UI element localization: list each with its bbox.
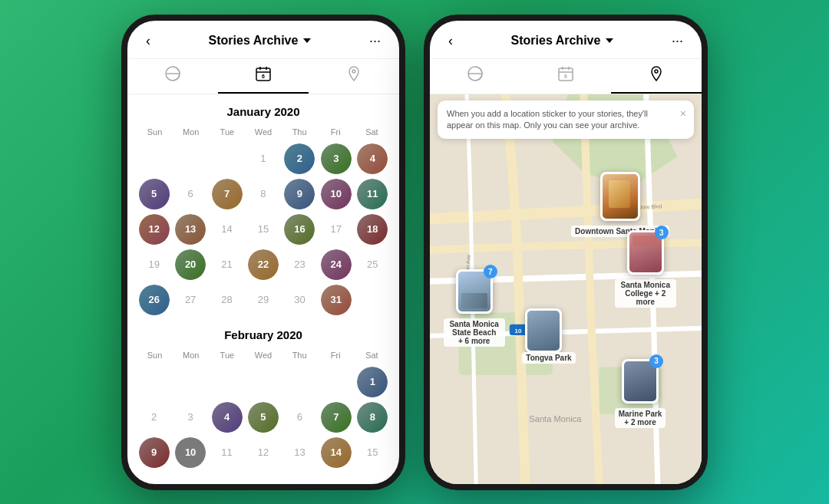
cal-cell[interactable]: 3 (319, 141, 353, 176)
cal-week-jan-1: 1 2 3 4 (137, 141, 390, 176)
svg-point-3 (352, 70, 355, 73)
cal-cell[interactable]: 2 (282, 141, 317, 176)
calendar-icon-map: 6 (557, 65, 574, 86)
location-icon (345, 65, 362, 86)
cal-header-jan: Sun Mon Tue Wed Thu Fri Sat (137, 126, 390, 138)
map-cluster-college[interactable]: 3 Santa MonicaCollege + 2 more (615, 230, 676, 308)
tab-bar-calendar: 6 (127, 59, 399, 94)
svg-text:Santa Monica: Santa Monica (529, 413, 582, 423)
day-fri: Fri (318, 126, 354, 138)
tab-location-map[interactable] (611, 65, 702, 94)
tab-grid[interactable] (127, 65, 218, 94)
chevron-down-icon (303, 38, 311, 43)
map-cluster-beach[interactable]: 7 Santa Monica State Beach+ 6 more (444, 269, 505, 347)
svg-point-7 (655, 70, 658, 73)
day-thu: Thu (282, 126, 318, 138)
header-title-map: Stories Archive (511, 34, 614, 48)
cal-week-feb-3: 9 10 11 12 13 14 15 (137, 435, 390, 470)
cal-week-feb-2: 2 3 4 5 6 7 8 (137, 400, 390, 435)
header-calendar: ‹ Stories Archive ··· (127, 21, 399, 59)
tab-bar-map: 6 (430, 59, 702, 94)
back-button-map[interactable]: ‹ (444, 31, 457, 51)
calendar-scroll[interactable]: January 2020 Sun Mon Tue Wed Thu Fri Sat… (127, 94, 399, 484)
day-mon: Mon (173, 126, 209, 138)
day-wed: Wed (245, 126, 281, 138)
tab-location[interactable] (309, 65, 399, 94)
cal-header-feb: Sun Mon Tue Wed Thu Fri Sat (137, 349, 390, 361)
more-button[interactable]: ··· (365, 31, 385, 51)
svg-text:10: 10 (515, 327, 523, 334)
more-button-map[interactable]: ··· (667, 31, 688, 51)
cal-cell (137, 141, 171, 176)
chevron-down-icon-map (606, 38, 613, 43)
cal-cell[interactable]: 4 (355, 141, 390, 176)
phone-map: ‹ Stories Archive ··· (424, 15, 708, 490)
grid-icon (164, 65, 181, 86)
grid-icon-map (467, 65, 484, 86)
cal-cell (173, 141, 207, 176)
svg-text:6: 6 (564, 74, 567, 79)
tab-calendar-map[interactable]: 6 (520, 65, 611, 94)
cal-week-jan-4: 19 20 21 22 23 24 25 (137, 247, 390, 282)
phone-calendar: ‹ Stories Archive ··· (121, 15, 405, 490)
cal-week-jan-3: 12 13 14 15 16 17 18 (137, 212, 390, 247)
month-title-feb: February 2020 (137, 328, 390, 341)
day-sun: Sun (137, 126, 173, 138)
calendar-icon: 6 (255, 65, 272, 86)
cal-week-feb-1: 1 (137, 364, 390, 400)
header-map: ‹ Stories Archive ··· (430, 21, 702, 59)
tab-grid-map[interactable] (430, 65, 520, 94)
tongva-label: Tongva Park (522, 352, 575, 364)
tongva-label-area: Tongva Park (522, 348, 575, 364)
location-icon-map (648, 65, 665, 86)
tooltip-text: When you add a location sticker to your … (447, 109, 648, 130)
beach-label: Santa Monica State Beach+ 6 more (444, 318, 505, 347)
header-title: Stories Archive (209, 34, 312, 48)
map-container[interactable]: 10 Wilshire Blvd Santa Monica Ocean Ave … (430, 94, 702, 484)
month-title-jan: January 2020 (137, 105, 390, 118)
marine-badge: 3 (649, 354, 663, 368)
month-january: January 2020 Sun Mon Tue Wed Thu Fri Sat… (137, 105, 390, 318)
day-sat: Sat (354, 126, 390, 138)
map-cluster-marine[interactable]: 3 Marine Park+ 2 more (615, 359, 666, 428)
back-button[interactable]: ‹ (141, 31, 155, 51)
cal-week-jan-2: 5 6 7 8 9 10 11 (137, 176, 390, 212)
cal-cell (210, 141, 244, 176)
beach-badge: 7 (484, 265, 497, 278)
cal-week-jan-5: 26 27 28 29 30 31 (137, 282, 390, 318)
map-cluster-middle[interactable] (525, 308, 562, 353)
tooltip-close-button[interactable]: × (680, 107, 686, 122)
day-tue: Tue (209, 126, 245, 138)
college-label: Santa MonicaCollege + 2 more (615, 279, 676, 308)
map-pin-downtown[interactable]: Downtown Santa Monica (571, 172, 669, 237)
svg-text:6: 6 (262, 74, 265, 79)
marine-label: Marine Park+ 2 more (615, 408, 666, 428)
month-february: February 2020 Sun Mon Tue Wed Thu Fri Sa… (137, 328, 390, 470)
college-badge: 3 (655, 226, 669, 239)
cal-cell: 1 (246, 141, 280, 176)
tab-calendar[interactable]: 6 (218, 65, 309, 94)
map-tooltip: When you add a location sticker to your … (438, 100, 694, 140)
